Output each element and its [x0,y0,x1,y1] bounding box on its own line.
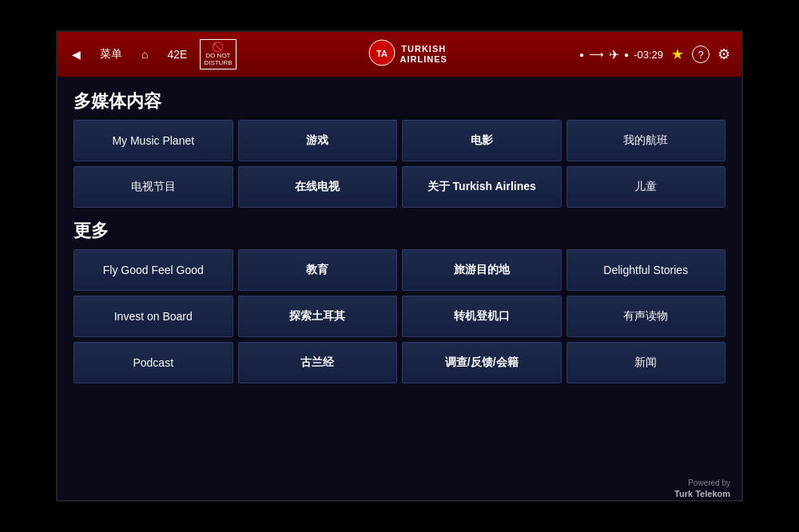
header: ◀ 菜单 ⌂ 42E 🚫 DO NOTDISTURB TA [58,32,741,77]
menu-item-audiobooks[interactable]: 有声读物 [566,296,726,337]
powered-by-text: Powered by Turk Telekom [674,478,730,499]
menu-item-transit-gates[interactable]: 转机登机口 [402,296,562,337]
menu-item-podcast[interactable]: Podcast [74,342,233,383]
header-right-controls: ● ⟶ ✈ ● -03:29 ★ ? ⚙ [579,44,733,65]
airline-brand: TA TURKISH AIRLINES [243,39,574,69]
flight-progress: ● ⟶ ✈ ● -03:29 [579,47,663,62]
main-content: 多媒体内容 My Music Planet 游戏 电影 我的航班 电视节目 [58,77,741,478]
favorites-button[interactable]: ★ [668,44,687,65]
turkish-airlines-logo-icon: TA [368,39,396,66]
menu-item-games[interactable]: 游戏 [238,120,398,161]
menu-item-travel-destinations[interactable]: 旅游目的地 [402,249,562,291]
back-icon: ◀ [72,48,81,61]
menu-item-fly-good-feel-good[interactable]: Fly Good Feel Good [74,249,233,291]
multimedia-grid: My Music Planet 游戏 电影 我的航班 电视节目 在线电视 [74,120,725,208]
svg-text:TA: TA [376,49,388,58]
menu-item-my-flight[interactable]: 我的航班 [566,120,726,161]
menu-item-about-ta[interactable]: 关于 Turkish Airlines [402,166,562,208]
multimedia-section: 多媒体内容 My Music Planet 游戏 电影 我的航班 电视节目 [74,89,725,208]
help-button[interactable]: ? [692,46,710,63]
plane-from-icon: ● [579,50,584,59]
back-button[interactable]: ◀ [66,45,87,64]
menu-item-delightful-stories[interactable]: Delightful Stories [566,249,726,291]
flight-time: -03:29 [634,49,663,61]
more-section: 更多 Fly Good Feel Good 教育 旅游目的地 Delightfu… [74,219,725,383]
menu-item-tv-shows[interactable]: 电视节目 [74,166,233,208]
menu-item-movies[interactable]: 电影 [402,120,562,161]
airline-name: TURKISH AIRLINES [400,44,447,65]
menu-item-children[interactable]: 儿童 [566,166,726,208]
more-grid: Fly Good Feel Good 教育 旅游目的地 Delightful S… [74,249,725,383]
settings-button[interactable]: ⚙ [714,44,733,65]
menu-item-explore-turkey[interactable]: 探索土耳其 [238,296,398,337]
home-button[interactable]: ⌂ [135,45,154,64]
menu-item-my-music-planet[interactable]: My Music Planet [74,120,233,161]
menu-item-invest-on-board[interactable]: Invest on Board [74,296,233,337]
seat-info: 42E [161,45,193,64]
flight-arrow-icon: ⟶ [589,49,604,61]
menu-label: 菜单 [100,47,122,62]
flight-dot-icon: ● [624,50,629,59]
footer: Powered by Turk Telekom [58,478,741,500]
multimedia-section-title: 多媒体内容 [74,89,725,113]
more-section-title: 更多 [74,219,725,243]
menu-item-quran[interactable]: 古兰经 [238,342,398,383]
plane-icon: ✈ [609,47,619,62]
menu-item-news[interactable]: 新闻 [566,342,726,383]
menu-item-live-tv[interactable]: 在线电视 [238,166,398,208]
menu-item-education[interactable]: 教育 [238,249,398,291]
menu-item-survey[interactable]: 调查/反馈/会籍 [402,342,562,383]
seat-number: 42E [167,48,187,61]
do-not-disturb-badge: 🚫 DO NOTDISTURB [200,39,236,69]
menu-button[interactable]: 菜单 [93,44,129,65]
home-icon: ⌂ [141,48,148,61]
